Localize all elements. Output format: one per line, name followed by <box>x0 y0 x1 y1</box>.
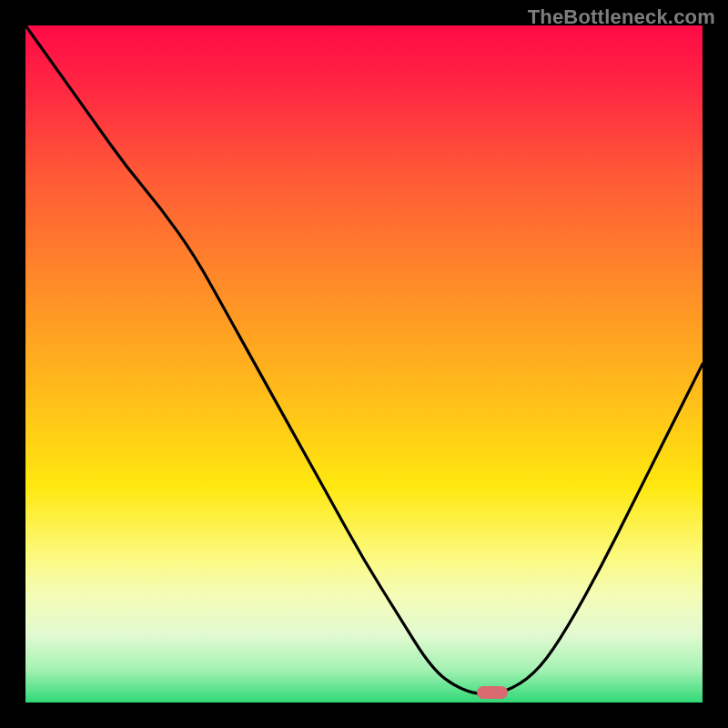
watermark-text: TheBottleneck.com <box>528 5 715 29</box>
optimum-marker <box>477 686 508 699</box>
bottleneck-curve <box>25 25 703 703</box>
